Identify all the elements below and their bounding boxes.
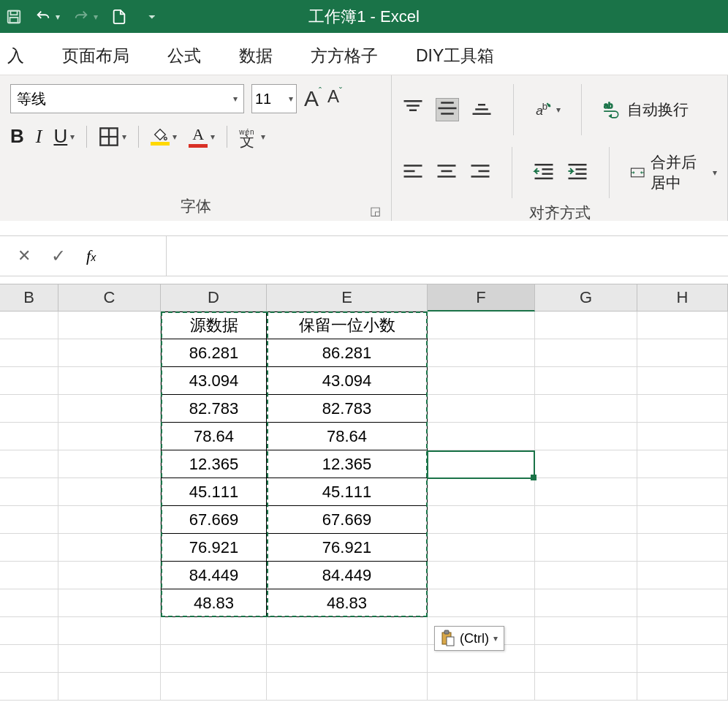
cell[interactable] (0, 562, 58, 589)
cell[interactable] (428, 450, 535, 478)
cell[interactable] (161, 645, 267, 673)
align-left-icon[interactable] (402, 162, 424, 184)
cell[interactable] (0, 673, 58, 701)
cell[interactable] (0, 312, 58, 339)
cell[interactable] (58, 312, 161, 339)
document-icon[interactable] (111, 9, 127, 25)
align-top-icon[interactable] (402, 98, 424, 121)
cell[interactable] (58, 617, 161, 645)
cell[interactable] (535, 506, 637, 534)
cell[interactable] (161, 673, 267, 701)
cell[interactable] (637, 339, 728, 367)
cell[interactable]: 45.111 (267, 478, 428, 506)
cell[interactable] (637, 478, 728, 506)
cell[interactable] (0, 395, 58, 423)
cell[interactable]: 86.281 (161, 339, 267, 367)
cell[interactable] (0, 506, 58, 534)
cell[interactable] (535, 562, 637, 589)
align-middle-icon[interactable] (436, 98, 459, 121)
fill-color-button[interactable]: ▾ (151, 127, 177, 146)
chevron-down-icon[interactable]: ▾ (56, 12, 60, 22)
cell[interactable] (428, 478, 535, 506)
borders-button[interactable]: ▾ (99, 127, 126, 147)
cell[interactable]: 82.783 (161, 395, 267, 423)
cell[interactable] (58, 367, 161, 395)
col-header-B[interactable]: B (0, 284, 58, 312)
cell[interactable] (0, 534, 58, 562)
cell[interactable] (0, 645, 58, 673)
decrease-indent-icon[interactable] (533, 162, 555, 184)
cell[interactable] (637, 312, 728, 339)
qat-customize-icon[interactable]: ⏷ (148, 12, 156, 22)
fx-icon[interactable]: fx (86, 246, 96, 265)
col-header-C[interactable]: C (58, 284, 161, 312)
cell[interactable] (428, 423, 535, 450)
increase-indent-icon[interactable] (566, 162, 588, 184)
cell[interactable] (428, 506, 535, 534)
cell[interactable] (535, 423, 637, 450)
cell[interactable] (535, 534, 637, 562)
cancel-icon[interactable]: ✕ (18, 246, 31, 265)
align-right-icon[interactable] (469, 162, 491, 184)
bold-button[interactable]: B (10, 125, 24, 148)
font-size-select[interactable]: 11 ▾ (251, 84, 297, 113)
tab-formulas[interactable]: 公式 (167, 45, 201, 67)
align-bottom-icon[interactable] (471, 98, 493, 121)
cell[interactable] (267, 673, 428, 701)
cell[interactable] (58, 423, 161, 450)
cell[interactable] (428, 312, 535, 339)
cell[interactable] (58, 339, 161, 367)
cell[interactable] (428, 534, 535, 562)
cell[interactable] (0, 589, 58, 617)
cell[interactable] (0, 339, 58, 367)
cell[interactable] (535, 589, 637, 617)
cell[interactable]: 48.83 (267, 589, 428, 617)
cell[interactable] (58, 395, 161, 423)
cell[interactable]: 86.281 (267, 339, 428, 367)
tab-diy-toolbox[interactable]: DIY工具箱 (416, 45, 494, 67)
cell[interactable]: 76.921 (267, 534, 428, 562)
cell[interactable] (428, 395, 535, 423)
cell[interactable] (58, 534, 161, 562)
paste-options-button[interactable]: (Ctrl) ▾ (434, 626, 504, 651)
cell[interactable]: 43.094 (267, 367, 428, 395)
cell[interactable] (58, 589, 161, 617)
tab-page-layout[interactable]: 页面布局 (62, 45, 129, 67)
cell[interactable]: 82.783 (267, 395, 428, 423)
cell[interactable] (535, 339, 637, 367)
font-name-select[interactable]: 等线 ▾ (10, 84, 244, 113)
cell[interactable] (58, 562, 161, 589)
cell[interactable] (637, 645, 728, 673)
cell[interactable] (535, 645, 637, 673)
wrap-text-button[interactable]: ab 自动换行 (602, 99, 689, 120)
cell[interactable] (637, 367, 728, 395)
tab-data[interactable]: 数据 (239, 45, 273, 67)
cell[interactable] (637, 506, 728, 534)
cell[interactable] (267, 617, 428, 645)
tab-insert[interactable]: 入 (7, 45, 24, 67)
col-header-G[interactable]: G (535, 284, 637, 312)
cell[interactable]: 12.365 (161, 450, 267, 478)
shrink-font-icon[interactable]: Aˇ (327, 86, 342, 111)
cell[interactable] (58, 645, 161, 673)
cell[interactable]: 67.669 (161, 506, 267, 534)
cell[interactable] (58, 506, 161, 534)
cell[interactable]: 保留一位小数 (267, 312, 428, 339)
cell[interactable]: 43.094 (161, 367, 267, 395)
cell[interactable] (58, 478, 161, 506)
cell[interactable] (535, 478, 637, 506)
cell[interactable] (58, 673, 161, 701)
cell[interactable]: 12.365 (267, 450, 428, 478)
redo-button[interactable]: ▾ (73, 9, 98, 25)
cell[interactable] (637, 562, 728, 589)
orientation-button[interactable]: ab ▾ (534, 100, 561, 119)
cell[interactable] (637, 617, 728, 645)
align-center-icon[interactable] (436, 162, 458, 184)
dialog-launcher-icon[interactable]: ◲ (370, 204, 381, 218)
cell[interactable] (637, 395, 728, 423)
save-icon[interactable] (6, 9, 22, 25)
formula-input[interactable] (167, 236, 728, 276)
cell[interactable] (637, 450, 728, 478)
cell[interactable] (637, 673, 728, 701)
cell[interactable] (637, 534, 728, 562)
